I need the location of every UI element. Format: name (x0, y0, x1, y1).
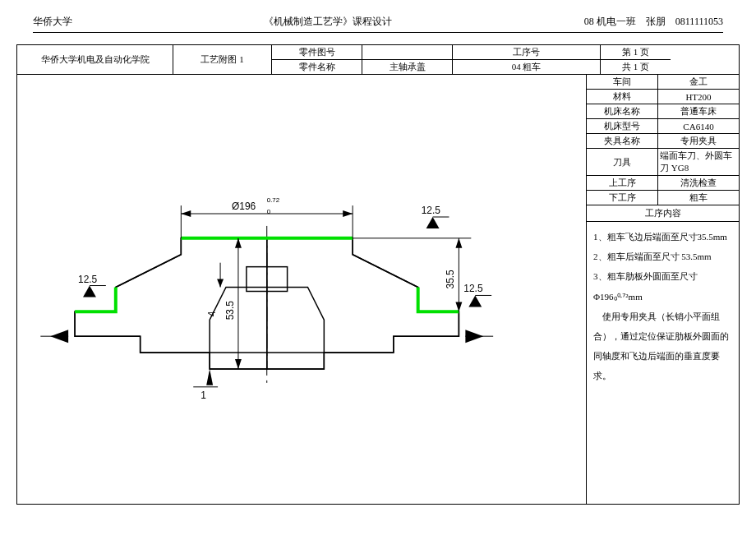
param-value: 清洗检查 (658, 176, 739, 190)
param-row-machine-model: 机床型号 CA6140 (587, 119, 739, 134)
school-cell: 华侨大学机电及自动化学院 (17, 45, 173, 74)
content-body: 1、粗车飞边后端面至尺寸35.5mm 2、粗车后端面至尺寸 53.5mm 3、粗… (587, 222, 739, 504)
part-number-value (362, 45, 453, 59)
param-row-prev: 上工序 清洗检查 (587, 176, 739, 191)
page: 华侨大学 《机械制造工艺学》课程设计 08 机电一班 张朋 0811111053… (0, 0, 756, 535)
sidebar: 车间 金工 材料 HT200 机床名称 普通车床 机床型号 CA6140 (587, 75, 739, 504)
page-header: 华侨大学 《机械制造工艺学》课程设计 08 机电一班 张朋 0811111053 (0, 0, 756, 32)
param-value: 粗车 (658, 191, 739, 205)
svg-marker-21 (455, 238, 462, 248)
part-name-value: 主轴承盖 (362, 59, 453, 74)
content-line: 使用专用夹具（长销小平面组合），通过定位保证肋板外圆面的同轴度和飞边后端面的垂直… (593, 307, 732, 386)
roughness-left: 12.5 (78, 274, 106, 297)
header-rule (33, 32, 723, 33)
page-2: 共 1 页 (601, 59, 671, 74)
svg-marker-12 (181, 210, 191, 217)
content-line: 1、粗车飞边后端面至尺寸35.5mm (593, 227, 732, 247)
roughness-right: 12.5 (463, 283, 491, 307)
param-label: 刀具 (587, 149, 658, 175)
dia-sup: 0.72 (267, 196, 280, 204)
param-label: 车间 (587, 75, 658, 89)
content-line: 2、粗车后端面至尺寸 53.5mm (593, 247, 732, 266)
param-label: 机床型号 (587, 119, 658, 133)
header-right: 08 机电一班 张朋 0811111053 (584, 15, 723, 29)
svg-marker-13 (343, 210, 353, 217)
svg-marker-0 (83, 286, 96, 297)
header-center: 《机械制造工艺学》课程设计 (264, 15, 392, 29)
header-left: 华侨大学 (33, 15, 72, 29)
content-line: 3、粗车肋板外圆面至尺寸Φ196₀⁰·⁷²mm (593, 266, 732, 306)
param-value: 普通车床 (658, 104, 739, 118)
svg-marker-3 (426, 217, 440, 228)
param-row-next: 下工序 粗车 (587, 191, 739, 205)
param-label: 夹具名称 (587, 134, 658, 148)
param-label: 材料 (587, 90, 658, 104)
param-row-workshop: 车间 金工 (587, 75, 739, 90)
param-label: 上工序 (587, 176, 658, 190)
svg-marker-16 (235, 359, 242, 369)
param-row-machine-name: 机床名称 普通车床 (587, 104, 739, 119)
content-title: 工序内容 (587, 205, 739, 222)
svg-marker-26 (206, 369, 213, 385)
section-right (267, 238, 459, 369)
param-label: 下工序 (587, 191, 658, 205)
param-row-material: 材料 HT200 (587, 90, 739, 104)
dim-35-5: 35.5 (445, 270, 456, 289)
process-number-label: 工序号 (453, 45, 601, 59)
dim-under-1: 1 (201, 390, 206, 401)
param-row-tool: 刀具 端面车刀、外圆车刀 YG8 (587, 149, 739, 176)
svg-marker-6 (468, 295, 482, 307)
param-row-fixture: 夹具名称 专用夹具 (587, 134, 739, 149)
svg-text:12.5: 12.5 (78, 274, 98, 285)
svg-text:12.5: 12.5 (463, 283, 483, 294)
technical-drawing: 12.5 12.5 12.5 (17, 75, 586, 504)
page-1: 第 1 页 (601, 45, 671, 59)
drawing-area: 12.5 12.5 12.5 (17, 75, 587, 504)
dim-4: 4 (206, 311, 218, 316)
param-value: 金工 (658, 75, 739, 89)
part-number-label: 零件图号 (272, 45, 362, 59)
param-value: 专用夹具 (658, 134, 739, 148)
part-name-label: 零件名称 (272, 59, 362, 74)
param-table: 车间 金工 材料 HT200 机床名称 普通车床 机床型号 CA6140 (587, 75, 739, 205)
dia-sub: 0 (267, 208, 271, 215)
param-value: 端面车刀、外圆车刀 YG8 (658, 149, 739, 175)
attachment-cell: 工艺附图 1 (173, 45, 272, 74)
title-block: 华侨大学机电及自动化学院 工艺附图 1 零件图号 工序号 第 1 页 零件名称 … (17, 45, 739, 75)
svg-text:12.5: 12.5 (422, 205, 441, 216)
process-value: 04 粗车 (453, 59, 601, 74)
param-value: HT200 (658, 90, 739, 104)
roughness-top: 12.5 (422, 205, 449, 228)
param-label: 机床名称 (587, 104, 658, 118)
svg-marker-18 (217, 279, 224, 288)
body-area: 12.5 12.5 12.5 (17, 75, 739, 504)
green-right-step (418, 288, 459, 312)
param-value: CA6140 (658, 119, 739, 133)
green-left-step (75, 288, 116, 312)
dim-53-5: 53.5 (224, 301, 236, 321)
process-sheet: 华侨大学机电及自动化学院 工艺附图 1 零件图号 工序号 第 1 页 零件名称 … (16, 44, 740, 505)
dia-dimension: Ø196 (232, 201, 256, 212)
